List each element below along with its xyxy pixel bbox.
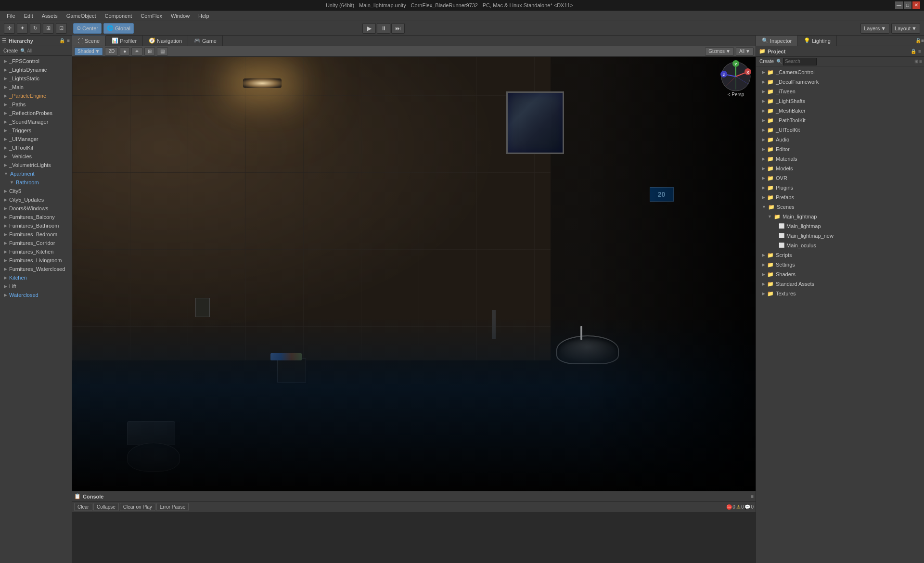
minimize-button[interactable]: — bbox=[895, 1, 903, 9]
hier-item-volumetriclights[interactable]: ▶ _VolumetricLights bbox=[0, 161, 72, 169]
hier-item-furnitures-corridor[interactable]: ▶ Furnitures_Corridor bbox=[0, 239, 72, 247]
project-create-btn[interactable]: Create bbox=[758, 58, 775, 64]
gizmos-dropdown[interactable]: Gizmos ▼ bbox=[705, 47, 734, 56]
tab-game[interactable]: 🎮 Game bbox=[188, 36, 223, 46]
proj-item-shaders[interactable]: ▶ 📁 Shaders bbox=[756, 269, 924, 279]
project-list-btn[interactable]: ≡ bbox=[919, 59, 922, 64]
hier-item-furnitures-kitchen[interactable]: ▶ Furnitures_Kitchen bbox=[0, 247, 72, 256]
tab-navigation[interactable]: 🧭 Navigation bbox=[143, 36, 188, 46]
tab-profiler[interactable]: 📊 Profiler bbox=[106, 36, 143, 46]
inspector-lock-icon[interactable]: 🔓 bbox=[915, 38, 921, 43]
all-dropdown[interactable]: All ▼ bbox=[736, 47, 754, 56]
menu-edit[interactable]: Edit bbox=[20, 12, 37, 20]
hier-item-furnitures-bathroom[interactable]: ▶ Furnitures_Bathroom bbox=[0, 221, 72, 230]
hier-item-paths[interactable]: ▶ _Paths bbox=[0, 100, 72, 109]
camera-gizmo[interactable]: X Y Z < Persp bbox=[719, 60, 753, 93]
center-toggle[interactable]: ⊙ Center bbox=[73, 23, 102, 34]
proj-item-decalframework[interactable]: ▶ 📁 _DecalFramework bbox=[756, 77, 924, 87]
viewport[interactable]: 20 bbox=[72, 57, 756, 491]
collapse-button[interactable]: Collapse bbox=[93, 503, 119, 511]
global-toggle[interactable]: 🌐 Global bbox=[103, 23, 134, 34]
hier-item-lightsstatic[interactable]: ▶ _LightsStatic bbox=[0, 74, 72, 83]
console-menu-icon[interactable]: ≡ bbox=[751, 494, 754, 499]
hier-item-furnitures-bedroom[interactable]: ▶ Furnitures_Bedroom bbox=[0, 230, 72, 239]
hierarchy-lock-icon[interactable]: 🔒 bbox=[59, 38, 65, 43]
hier-item-city5updates[interactable]: ▶ City5_Updates bbox=[0, 195, 72, 204]
maximize-button[interactable]: □ bbox=[904, 1, 911, 9]
hier-item-furnitures-balcony[interactable]: ▶ Furnitures_Balcony bbox=[0, 213, 72, 221]
scene-lighting-toggle[interactable]: ● bbox=[120, 47, 129, 56]
proj-item-cameracontrol[interactable]: ▶ 📁 _CameraControl bbox=[756, 67, 924, 77]
layout-dropdown[interactable]: Layout ▼ bbox=[891, 23, 920, 34]
hier-item-waterclosed[interactable]: ▶ Waterclosed bbox=[0, 291, 72, 299]
scene-fx-toggle[interactable]: ⊞ bbox=[144, 47, 155, 56]
hier-item-kitchen[interactable]: ▶ Kitchen bbox=[0, 273, 72, 282]
proj-item-materials[interactable]: ▶ 📁 Materials bbox=[756, 154, 924, 164]
hier-item-main[interactable]: ▶ _Main bbox=[0, 83, 72, 91]
hier-item-uitoolkit[interactable]: ▶ _UIToolKit bbox=[0, 143, 72, 152]
hier-item-apartment[interactable]: ▼ Apartment bbox=[0, 169, 72, 178]
hier-item-doorswindows[interactable]: ▶ Doors&Windows bbox=[0, 204, 72, 213]
project-icons-btn[interactable]: ⊞ bbox=[914, 59, 918, 64]
proj-item-ovr[interactable]: ▶ 📁 OVR bbox=[756, 173, 924, 183]
menu-help[interactable]: Help bbox=[194, 12, 213, 20]
hier-item-lightsdynamic[interactable]: ▶ _LightsDynamic bbox=[0, 65, 72, 74]
proj-item-main-oculus[interactable]: ▶ ⬜ Main_oculus bbox=[756, 241, 924, 250]
proj-item-settings[interactable]: ▶ 📁 Settings bbox=[756, 260, 924, 269]
proj-item-main-lightmap-scene[interactable]: ▶ ⬜ Main_lightmap bbox=[756, 221, 924, 231]
clear-button[interactable]: Clear bbox=[74, 503, 92, 511]
clear-on-play-button[interactable]: Clear on Play bbox=[120, 503, 155, 511]
hier-item-uimanager[interactable]: ▶ _UIManager bbox=[0, 135, 72, 143]
project-lock-icon[interactable]: 🔒 bbox=[911, 49, 916, 54]
hierarchy-menu-icon[interactable]: ≡ bbox=[67, 38, 70, 43]
scene-camera-toggle[interactable]: ▤ bbox=[157, 47, 168, 56]
2d-toggle[interactable]: 2D bbox=[105, 47, 118, 56]
proj-item-uitoolkit-proj[interactable]: ▶ 📁 _UIToolKit bbox=[756, 125, 924, 135]
proj-item-standard-assets[interactable]: ▶ 📁 Standard Assets bbox=[756, 279, 924, 289]
hierarchy-create-btn[interactable]: Create bbox=[2, 48, 19, 54]
proj-item-models[interactable]: ▶ 📁 Models bbox=[756, 164, 924, 173]
menu-window[interactable]: Window bbox=[167, 12, 193, 20]
transform-hand-tool[interactable]: ✛ bbox=[4, 23, 15, 34]
menu-cornflex[interactable]: CornFlex bbox=[137, 12, 166, 20]
pause-button[interactable]: ⏸ bbox=[377, 23, 390, 34]
transform-rotate-tool[interactable]: ↻ bbox=[30, 23, 41, 34]
hier-item-triggers[interactable]: ▶ _Triggers bbox=[0, 126, 72, 135]
hier-item-lift[interactable]: ▶ Lift bbox=[0, 282, 72, 291]
menu-component[interactable]: Component bbox=[101, 12, 136, 20]
proj-item-lightshafts[interactable]: ▶ 📁 _LightShafts bbox=[756, 96, 924, 106]
hier-item-city5[interactable]: ▶ City5 bbox=[0, 187, 72, 195]
tab-lighting[interactable]: 💡 Lighting bbox=[798, 36, 837, 46]
hier-item-fpscontrol[interactable]: ▶ _FPSControl bbox=[0, 57, 72, 65]
tab-scene[interactable]: ⛶ Scene bbox=[72, 36, 106, 46]
error-pause-button[interactable]: Error Pause bbox=[156, 503, 189, 511]
inspector-menu-icon[interactable]: ≡ bbox=[921, 38, 924, 43]
proj-item-scripts[interactable]: ▶ 📁 Scripts bbox=[756, 250, 924, 260]
proj-item-itween[interactable]: ▶ 📁 _iTween bbox=[756, 87, 924, 96]
project-search-input[interactable] bbox=[783, 58, 817, 65]
transform-move-tool[interactable]: ✦ bbox=[17, 23, 28, 34]
project-menu-icon[interactable]: ≡ bbox=[918, 49, 921, 54]
proj-item-audio[interactable]: ▶ 📁 Audio bbox=[756, 135, 924, 144]
proj-item-prefabs[interactable]: ▶ 📁 Prefabs bbox=[756, 192, 924, 202]
menu-file[interactable]: File bbox=[3, 12, 19, 20]
proj-item-meshbaker[interactable]: ▶ 📁 _MeshBaker bbox=[756, 106, 924, 115]
hier-item-furnitures-livingroom[interactable]: ▶ Furnitures_Livingroom bbox=[0, 256, 72, 265]
hier-item-bathroom[interactable]: ▼ Bathroom bbox=[0, 178, 72, 187]
shaded-dropdown[interactable]: Shaded ▼ bbox=[74, 47, 103, 56]
proj-item-editor[interactable]: ▶ 📁 Editor bbox=[756, 144, 924, 154]
proj-item-main-lightmap-new[interactable]: ▶ ⬜ Main_lightmap_new bbox=[756, 231, 924, 241]
transform-scale-tool[interactable]: ⊞ bbox=[43, 23, 54, 34]
menu-assets[interactable]: Assets bbox=[38, 12, 62, 20]
layers-dropdown[interactable]: Layers ▼ bbox=[860, 23, 889, 34]
menu-gameobject[interactable]: GameObject bbox=[63, 12, 100, 20]
hier-item-particleengine[interactable]: ▶ _ParticleEngine bbox=[0, 91, 72, 100]
proj-item-main-lightmap-folder[interactable]: ▼ 📁 Main_lightmap bbox=[756, 212, 924, 221]
close-button[interactable]: ✕ bbox=[912, 1, 920, 9]
step-button[interactable]: ⏭ bbox=[391, 23, 405, 34]
transform-rect-tool[interactable]: ⊡ bbox=[56, 23, 67, 34]
proj-item-scenes[interactable]: ▼ 📁 Scenes bbox=[756, 202, 924, 212]
hier-item-soundmanager[interactable]: ▶ _SoundManager bbox=[0, 117, 72, 126]
proj-item-textures[interactable]: ▶ 📁 Textures bbox=[756, 289, 924, 298]
hier-item-furnitures-waterclosed[interactable]: ▶ Furnitures_Waterclosed bbox=[0, 265, 72, 273]
